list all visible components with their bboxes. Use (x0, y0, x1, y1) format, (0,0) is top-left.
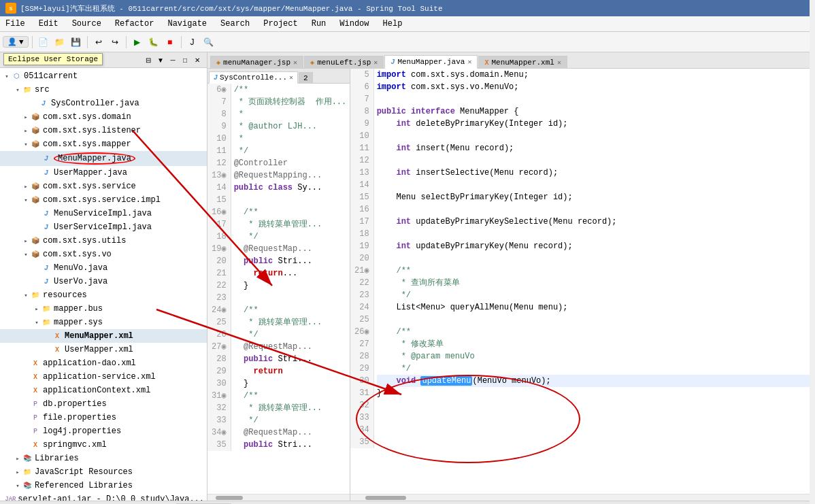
tree-item-log4j-props[interactable]: P log4j.properties (0, 424, 207, 438)
tree-item-project-root[interactable]: ▾ ⬡ 0511carrent (0, 69, 207, 83)
tree-toggle-service[interactable]: ▸ (22, 183, 30, 190)
tree-item-menumapper-java[interactable]: J MenuMapper.java (0, 151, 207, 166)
tree-toggle-domain[interactable]: ▸ (22, 114, 30, 121)
user-storage-button[interactable]: 👤 ▼ Eclipse User Storage (3, 36, 29, 48)
toolbar-stop-button[interactable]: ■ (163, 35, 178, 50)
tab-menumanager-jsp[interactable]: ◈ menuManager.jsp ✕ (210, 56, 303, 69)
tree-item-appcontext-xml[interactable]: X applicationContext.xml (0, 384, 207, 397)
right-code-editor[interactable]: 5 6 7 8 9 10 11 12 13 14 15 16 1 (350, 69, 815, 494)
tab-menumapper-xml-close[interactable]: ✕ (557, 58, 561, 67)
tree-item-src[interactable]: ▾ 📁 src (0, 83, 207, 97)
tree-toggle-listener[interactable]: ▸ (22, 127, 30, 135)
left-line-27: @RequestMap... (234, 341, 347, 353)
panel-minimize-button[interactable]: ─ (167, 54, 178, 65)
menu-run[interactable]: Run (309, 18, 329, 30)
menu-search[interactable]: Search (218, 18, 252, 30)
tree-item-syscontroller[interactable]: J SysController.java (0, 97, 207, 110)
left-hscroll-thumb[interactable] (216, 496, 243, 500)
sub-tab-2[interactable]: 2 (299, 72, 313, 84)
sub-tab-syscontroller[interactable]: J SysControlle... ✕ (209, 71, 298, 84)
tree-item-ref-libs[interactable]: ▾ 📚 Referenced Libraries (0, 479, 207, 492)
menu-help[interactable]: Help (380, 18, 405, 30)
toolbar-debug-button[interactable]: 🐛 (146, 35, 161, 50)
uservo-label: UserVo.java (54, 277, 107, 286)
tree-item-js-resources[interactable]: ▸ 📁 JavaScript Resources (0, 465, 207, 479)
tree-item-mapper[interactable]: ▾ 📦 com.sxt.sys.mapper (0, 137, 207, 151)
tab-menumapper-java-close[interactable]: ✕ (467, 58, 471, 66)
toolbar-redo-button[interactable]: ↪ (107, 35, 122, 50)
right-hscroll-thumb[interactable] (365, 496, 406, 500)
rln-35: 35 (354, 436, 369, 448)
tree-toggle-ref-libs[interactable]: ▾ (14, 482, 22, 490)
collapse-all-button[interactable]: ⊟ (143, 54, 154, 65)
tree-item-app-service-xml[interactable]: X application-service.xml (0, 370, 207, 384)
tab-menuleft-close[interactable]: ✕ (373, 58, 378, 67)
tree-item-usermapper-xml[interactable]: X UserMapper.xml (0, 343, 207, 356)
tree-item-file-props[interactable]: P file.properties (0, 411, 207, 424)
toolbar-perspective-debug[interactable]: 🔍 (201, 35, 216, 50)
ln-11: 11 (212, 145, 227, 157)
toolbar-new-button[interactable]: 📄 (36, 35, 51, 50)
ln-19: 19◉ (212, 243, 227, 255)
tab-menuleft-jsp[interactable]: ◈ menuLeft.jsp ✕ (304, 56, 384, 69)
tree-item-utils[interactable]: ▸ 📦 com.sxt.sys.utils (0, 234, 207, 248)
tree-toggle-src[interactable]: ▾ (14, 86, 22, 94)
tree-item-libraries[interactable]: ▸ 📚 Libraries (0, 452, 207, 465)
toolbar-run-button[interactable]: ▶ (130, 35, 145, 50)
menu-window[interactable]: Window (337, 18, 371, 30)
tree-item-app-dao-xml[interactable]: X application-dao.xml (0, 356, 207, 370)
rln-25: 25 (354, 314, 369, 326)
tree-item-usermapper-java[interactable]: J UserMapper.java (0, 166, 207, 180)
tree-item-domain[interactable]: ▸ 📦 com.sxt.sys.domain (0, 110, 207, 124)
right-vscrollbar[interactable] (810, 69, 815, 501)
tab-menumanager-close[interactable]: ✕ (293, 58, 297, 67)
right-hscrollbar[interactable] (350, 494, 815, 501)
toolbar-undo-button[interactable]: ↩ (91, 35, 106, 50)
tree-item-listener[interactable]: ▸ 📦 com.sxt.sys.listener (0, 124, 207, 137)
tree-item-menuvo[interactable]: J MenuVo.java (0, 261, 207, 275)
tree-item-springmvc-xml[interactable]: X springmvc.xml (0, 438, 207, 452)
tree-item-service-impl[interactable]: ▾ 📦 com.sxt.sys.service.impl (0, 193, 207, 207)
tree-toggle-js-resources[interactable]: ▸ (14, 469, 22, 476)
toolbar-open-button[interactable]: 📁 (52, 35, 67, 50)
tree-item-menuserviceimpl[interactable]: J MenuServiceImpl.java (0, 207, 207, 220)
panel-maximize-button[interactable]: □ (180, 54, 190, 65)
tree-toggle-mapper[interactable]: ▾ (22, 141, 30, 148)
tree-item-vo[interactable]: ▾ 📦 com.sxt.sys.vo (0, 248, 207, 261)
menu-source[interactable]: Source (69, 18, 104, 30)
tree-toggle-vo[interactable]: ▾ (22, 251, 30, 258)
app-dao-xml-label: application-dao.xml (43, 358, 136, 368)
editor-area: ◈ menuManager.jsp ✕ ◈ menuLeft.jsp ✕ J M… (207, 52, 815, 501)
tree-toggle-mapper-sys[interactable]: ▾ (33, 319, 41, 326)
tree-item-mapper-sys[interactable]: ▾ 📁 mapper.sys (0, 316, 207, 329)
sub-tab-syscontroller-close[interactable]: ✕ (289, 73, 293, 82)
menu-project[interactable]: Project (261, 18, 300, 30)
left-code-editor[interactable]: 6◉ 7 8 9 10 11 12 13◉ 14 15 16◉ 17 (207, 84, 350, 494)
userserviceimpl-label: UserServiceImpl.java (54, 222, 152, 232)
tree-toggle-service-impl[interactable]: ▾ (22, 197, 30, 204)
left-hscrollbar[interactable] (207, 494, 350, 501)
tree-toggle-libraries[interactable]: ▸ (14, 455, 22, 463)
tree-item-userserviceimpl[interactable]: J UserServiceImpl.java (0, 220, 207, 234)
menu-navigate[interactable]: Navigate (165, 18, 210, 30)
tab-menumapper-xml[interactable]: X MenuMapper.xml ✕ (478, 56, 567, 69)
tree-toggle-resources[interactable]: ▾ (22, 292, 30, 299)
tree-item-menumapper-xml[interactable]: X MenuMapper.xml (0, 329, 207, 343)
tree-item-db-props[interactable]: P db.properties (0, 397, 207, 411)
panel-close-button[interactable]: ✕ (192, 54, 203, 65)
tree-toggle-mapper-bus[interactable]: ▸ (33, 305, 41, 313)
tree-toggle-project[interactable]: ▾ (3, 73, 11, 80)
toolbar-save-button[interactable]: 💾 (69, 35, 84, 50)
tree-toggle-utils[interactable]: ▸ (22, 237, 30, 245)
menu-file[interactable]: File (3, 18, 28, 30)
tree-item-uservo[interactable]: J UserVo.java (0, 275, 207, 288)
panel-menu-button[interactable]: ▼ (155, 54, 166, 65)
toolbar-perspective-java[interactable]: J (185, 35, 200, 50)
tree-item-mapper-bus[interactable]: ▸ 📁 mapper.bus (0, 302, 207, 316)
tab-menumapper-java[interactable]: J MenuMapper.java ✕ (384, 55, 478, 69)
tree-item-service[interactable]: ▸ 📦 com.sxt.sys.service (0, 180, 207, 193)
menu-edit[interactable]: Edit (36, 18, 61, 30)
tree-item-resources[interactable]: ▾ 📁 resources (0, 288, 207, 302)
tree-item-servlet-api[interactable]: JAR servlet-api.jar - D:\0_0_study\Java.… (0, 492, 207, 501)
menu-refactor[interactable]: Refactor (112, 18, 157, 30)
